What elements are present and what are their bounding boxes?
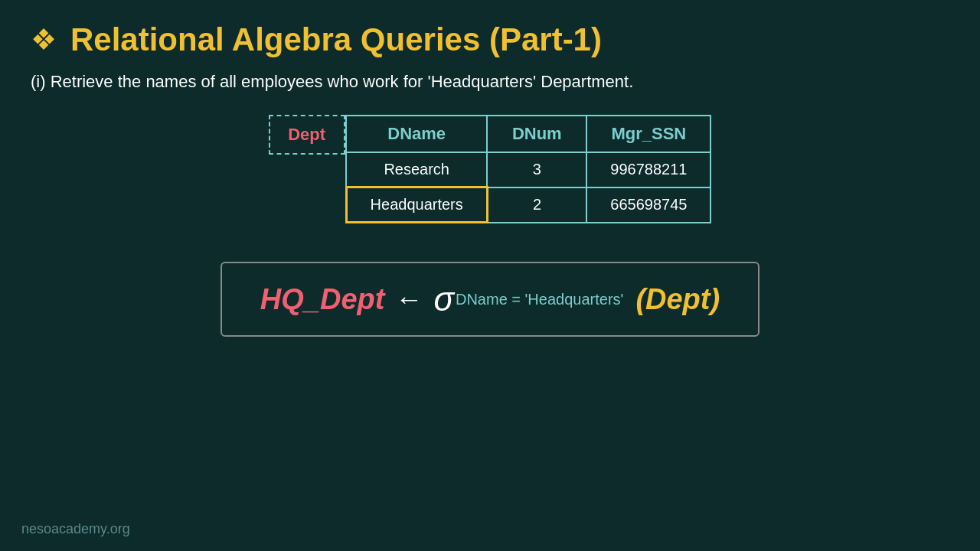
cell-dname-2: Headquarters [346,187,487,223]
cell-mgrssn-1: 996788211 [586,152,710,187]
formula-condition: DName = 'Headquarters' [456,290,623,308]
header: ❖ Relational Algebra Queries (Part-1) [0,0,980,66]
cell-dname-1: Research [346,152,487,187]
cell-dnum-2: 2 [487,187,586,223]
table-row-highlighted: Headquarters 2 665698745 [346,187,710,223]
cell-dnum-1: 3 [487,152,586,187]
col-dnum: DNum [487,116,586,152]
table-container: Dept DName DNum Mgr_SSN Research 3 99678… [269,115,712,223]
col-mgrssn: Mgr_SSN [586,116,710,152]
formula-sigma: σ [433,280,454,318]
formula-lhs: HQ_Dept [260,283,385,316]
dept-table: DName DNum Mgr_SSN Research 3 996788211 … [345,115,712,223]
content-area: Dept DName DNum Mgr_SSN Research 3 99678… [0,107,980,337]
diamond-icon: ❖ [31,25,57,54]
formula-box: HQ_Dept ← σ DName = 'Headquarters' (Dept… [220,262,760,337]
formula-rhs: (Dept) [635,283,720,316]
table-header-row: DName DNum Mgr_SSN [346,116,710,152]
page-title: Relational Algebra Queries (Part-1) [70,21,602,58]
table-row: Research 3 996788211 [346,152,710,187]
watermark: nesoacademy.org [21,521,130,537]
subtitle: (i) Retrieve the names of all employees … [0,66,980,107]
formula-arrow: ← [395,283,423,315]
col-dname: DName [346,116,487,152]
cell-mgrssn-2: 665698745 [586,187,710,223]
dept-label: Dept [269,115,345,155]
